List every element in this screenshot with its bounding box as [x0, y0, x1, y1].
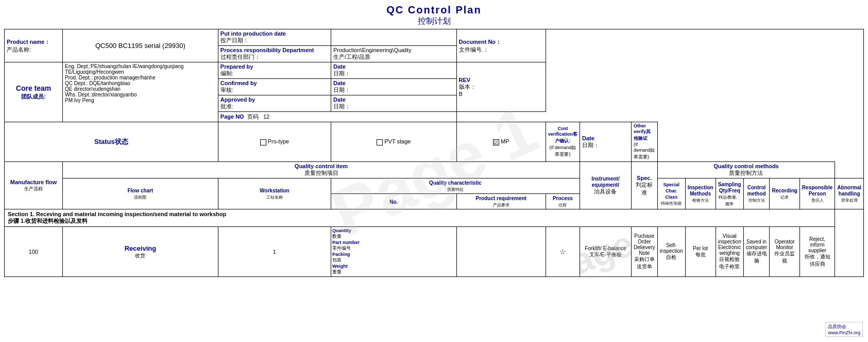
row1-process — [456, 227, 546, 277]
spec-header: Spec. 判定标准 — [631, 162, 657, 209]
product-name-value: QC500 BC1195 serial (29930) — [95, 42, 185, 50]
row1-recording-value: Saved in computer — [746, 239, 768, 250]
other-verify-cn: (If demand如果需要) — [634, 142, 655, 159]
row1-weight: Weight重量 — [332, 264, 455, 275]
sub-title: 控制计划 — [4, 16, 864, 27]
row1-inspection-value: Self-inspection — [660, 242, 683, 254]
qci-cn: 质量控制项目 — [304, 170, 338, 176]
cust-verification-cn: (If demand如果需要) — [549, 145, 576, 157]
inspection-label: Inspection Methods — [688, 185, 713, 197]
abnormal-label: Abnormal handling — [837, 185, 861, 197]
recording-label: Recording — [772, 188, 797, 193]
packing-label: Packing — [332, 252, 350, 257]
pvt-stage-checkbox — [377, 139, 383, 145]
process-cn: 过程 — [558, 203, 567, 207]
manufacture-flow-header: Manufacture flow 生产流程 — [5, 162, 63, 209]
mp-cell: ☑ MP — [456, 122, 546, 162]
control-label: Control method — [747, 185, 766, 197]
row1-sampling-value: Per lot — [693, 246, 708, 251]
row1-responsible-cn: 作业员监视 — [774, 251, 795, 264]
confirmed-by-label: Confirmed by — [220, 80, 257, 86]
approved-by-date: Date 日期： — [331, 95, 457, 112]
pvt-stage-label: PVT stage — [384, 138, 411, 144]
approved-by-label: Approved by — [220, 96, 255, 103]
process-resp-value-cell: Production\Engineering\Quality 生产/工程/品质 — [331, 46, 457, 62]
header-row-3: Core team 团队成员: Eng. Dept.:PE/shuangzhul… — [5, 62, 864, 79]
rev-value: B — [459, 91, 463, 97]
prepared-by-label: Prepared by — [220, 63, 253, 70]
qchar-label: Quality characteristic — [429, 180, 482, 186]
page-container: QC Control Plan 控制计划 Product name： 产品名称:… — [0, 0, 868, 281]
col-header-row-1: Manufacture flow 生产流程 Quality control it… — [5, 162, 864, 178]
confirmed-by-cn: 审核: — [220, 87, 233, 93]
page-no-value: 12 — [263, 113, 269, 120]
row1-instrument-value: Forklift/ E-balance — [585, 246, 626, 251]
put-into-production-cell: Put into production date 投产日期： — [218, 29, 331, 46]
row1-responsible: Operator Monitor 作业员监视 — [770, 227, 799, 277]
recording-header: Recording 记录 — [770, 178, 799, 209]
weight-cn: 重量 — [332, 269, 342, 274]
row1-inspection-cn: 自检 — [666, 254, 676, 260]
page-no-cell: Page NO 页码 12 — [218, 112, 456, 122]
confirmed-by-date: Date 日期： — [331, 79, 457, 95]
row1-control: Visual inspection Electronic weighing 目视… — [716, 227, 743, 277]
process-resp-value: Production\Engineering\Quality — [333, 47, 412, 53]
sampling-header: Sampling Qty/Freq 样品/数量、频率 — [716, 178, 743, 209]
section1-header-cell: Section 1. Receving and material incomin… — [5, 209, 835, 227]
mp-checkbox: ☑ — [493, 139, 499, 145]
prepared-by-date: Date 日期： — [331, 62, 457, 79]
page-no-label: Page NO — [220, 113, 244, 120]
inspection-header: Inspection Methods 检验方法 — [685, 178, 716, 209]
special-char-cn: 特殊性等级 — [661, 201, 682, 206]
process-label: Process — [553, 196, 573, 201]
control-cn: 控制方法 — [748, 198, 765, 203]
spec-label: Spec. — [637, 175, 652, 181]
prepared-by-cell: Prepared by 编制: — [218, 62, 331, 79]
date-label-4: Date — [582, 135, 594, 141]
other-verify-cell: Other verify其他验证 (If demand如果需要) — [631, 122, 657, 162]
core-team-member-6: PM:Ivy Peng — [65, 97, 216, 103]
row1-abnormal-cn: 拒收，通知供应商 — [805, 254, 830, 267]
core-team-member-3: QC Dept.: DQE/tanhongbiao — [65, 80, 216, 86]
spec-cn: 判定标准 — [636, 182, 653, 196]
row1-no-value: 1 — [273, 249, 276, 255]
flow-chart-header: Flow chart 流程图 — [63, 178, 218, 209]
section1-cn: 步骤 1.收货和进料检验以及发料 — [8, 218, 88, 224]
quality-control-item-header: Quality control item 质量控制项目 — [63, 162, 580, 178]
row1-special: ☆ — [546, 227, 580, 277]
product-name-cn: 产品名称: — [7, 46, 31, 53]
row1-part: Part number零件编号 — [332, 240, 455, 252]
process-header: Process 过程 — [546, 194, 580, 209]
core-team-cn: 团队成员: — [21, 93, 46, 100]
abnormal-cn: 异常处理 — [841, 198, 858, 203]
row1-spec-cn: 采购订单 送货单 — [634, 256, 655, 269]
main-title: QC Control Plan — [4, 4, 864, 16]
row1-workstation: Receiving 收货 — [63, 227, 218, 277]
approved-by-cell: Approved by 批准: — [218, 95, 331, 112]
pro-type-checkbox — [260, 139, 266, 145]
prepared-by-cn: 编制: — [220, 70, 233, 76]
no-label: No. — [389, 199, 398, 205]
row1-instrument-cn: 叉车/E-平衡板 — [589, 252, 622, 257]
row1-quality-items: Quantity数量 Part number零件编号 Packing包装 Wei… — [331, 227, 457, 277]
quality-control-methods-header: Quality control methods 质量控制方法 — [657, 162, 835, 178]
date-cn-3: 日期： — [333, 103, 350, 109]
row1-recording-cn: 储存进电脑 — [746, 251, 767, 264]
date-label-2: Date — [333, 80, 346, 86]
workstation-header: Workstation 工站名称 — [218, 178, 331, 209]
workstation-label: Workstation — [260, 188, 290, 193]
header-row-1: Product name： 产品名称: QC500 BC1195 serial … — [5, 29, 864, 46]
qci-label: Quality control item — [295, 163, 348, 169]
core-team-member-5: Whs. Dept.:director/xiangyanbo — [65, 92, 216, 97]
core-team-member-1: Eng. Dept.:PE/shuangzhulan IE/wangdong/g… — [65, 63, 216, 75]
cust-verification-cell: Cust verification客户确认: (If demand如果需要) — [546, 122, 580, 162]
responsible-cn: 责任人 — [811, 198, 824, 203]
manufacture-flow-label: Manufacture flow — [10, 179, 57, 185]
cust-verification-label: Cust verification客户确认: — [548, 126, 577, 143]
prod-req-cn: 产品要求 — [493, 203, 509, 207]
put-into-production-label: Put into production date — [220, 30, 286, 37]
pro-type-cell: Pro-type — [218, 122, 331, 162]
row1-inspection: Self-inspection 自检 — [657, 227, 685, 277]
qty-cn: 数量 — [332, 234, 342, 239]
row1-qty: Quantity数量 — [332, 228, 455, 240]
